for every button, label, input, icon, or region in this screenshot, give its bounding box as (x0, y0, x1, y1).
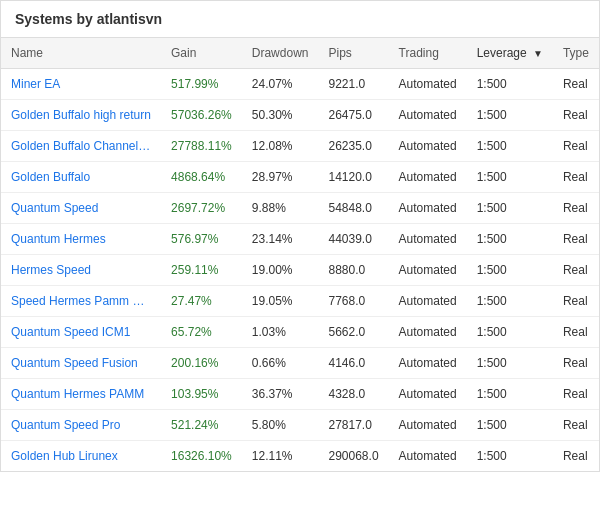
col-gain: Gain (161, 38, 242, 69)
row-name[interactable]: Speed Hermes Pamm Va... (1, 286, 161, 317)
row-pips: 5662.0 (319, 317, 389, 348)
col-drawdown: Drawdown (242, 38, 319, 69)
row-leverage: 1:500 (467, 100, 553, 131)
table-row: Miner EA517.99%24.07%9221.0Automated1:50… (1, 69, 599, 100)
row-gain: 576.97% (161, 224, 242, 255)
row-gain: 521.24% (161, 410, 242, 441)
row-gain: 57036.26% (161, 100, 242, 131)
row-pips: 9221.0 (319, 69, 389, 100)
row-leverage: 1:500 (467, 348, 553, 379)
row-drawdown: 12.08% (242, 131, 319, 162)
row-type: Real (553, 193, 599, 224)
row-gain: 4868.64% (161, 162, 242, 193)
row-pips: 44039.0 (319, 224, 389, 255)
systems-table-container: Systems by atlantisvn Name Gain Drawdown… (0, 0, 600, 472)
col-pips: Pips (319, 38, 389, 69)
row-type: Real (553, 410, 599, 441)
column-header-row: Name Gain Drawdown Pips Trading Leverage… (1, 38, 599, 69)
row-drawdown: 36.37% (242, 379, 319, 410)
row-drawdown: 50.30% (242, 100, 319, 131)
row-name[interactable]: Golden Buffalo (1, 162, 161, 193)
table-row: Quantum Hermes PAMM103.95%36.37%4328.0Au… (1, 379, 599, 410)
row-pips: 4146.0 (319, 348, 389, 379)
row-type: Real (553, 348, 599, 379)
row-pips: 27817.0 (319, 410, 389, 441)
row-type: Real (553, 69, 599, 100)
row-name[interactable]: Golden Hub Lirunex (1, 441, 161, 472)
row-name[interactable]: Quantum Hermes PAMM (1, 379, 161, 410)
row-trading: Automated (389, 131, 467, 162)
table-row: Golden Buffalo Channel ...27788.11%12.08… (1, 131, 599, 162)
row-trading: Automated (389, 410, 467, 441)
row-pips: 54848.0 (319, 193, 389, 224)
row-name[interactable]: Quantum Speed Fusion (1, 348, 161, 379)
row-gain: 2697.72% (161, 193, 242, 224)
row-drawdown: 19.05% (242, 286, 319, 317)
row-pips: 290068.0 (319, 441, 389, 472)
row-drawdown: 12.11% (242, 441, 319, 472)
table-row: Speed Hermes Pamm Va...27.47%19.05%7768.… (1, 286, 599, 317)
row-trading: Automated (389, 69, 467, 100)
row-pips: 8880.0 (319, 255, 389, 286)
row-name[interactable]: Quantum Speed (1, 193, 161, 224)
col-leverage[interactable]: Leverage ▼ (467, 38, 553, 69)
row-trading: Automated (389, 193, 467, 224)
row-leverage: 1:500 (467, 131, 553, 162)
row-name[interactable]: Quantum Hermes (1, 224, 161, 255)
row-trading: Automated (389, 379, 467, 410)
table-row: Quantum Speed Fusion200.16%0.66%4146.0Au… (1, 348, 599, 379)
row-type: Real (553, 255, 599, 286)
row-leverage: 1:500 (467, 224, 553, 255)
row-leverage: 1:500 (467, 193, 553, 224)
table-header: Systems by atlantisvn (1, 1, 599, 38)
row-name[interactable]: Quantum Speed ICM1 (1, 317, 161, 348)
row-type: Real (553, 224, 599, 255)
row-leverage: 1:500 (467, 410, 553, 441)
row-gain: 259.11% (161, 255, 242, 286)
row-trading: Automated (389, 441, 467, 472)
row-type: Real (553, 441, 599, 472)
row-gain: 27788.11% (161, 131, 242, 162)
table-row: Golden Hub Lirunex16326.10%12.11%290068.… (1, 441, 599, 472)
row-gain: 200.16% (161, 348, 242, 379)
table-row: Quantum Hermes576.97%23.14%44039.0Automa… (1, 224, 599, 255)
col-name: Name (1, 38, 161, 69)
header-title: Systems by atlantisvn (15, 11, 162, 27)
table-row: Hermes Speed259.11%19.00%8880.0Automated… (1, 255, 599, 286)
row-leverage: 1:500 (467, 441, 553, 472)
row-leverage: 1:500 (467, 379, 553, 410)
row-name[interactable]: Golden Buffalo Channel ... (1, 131, 161, 162)
row-name[interactable]: Miner EA (1, 69, 161, 100)
row-name[interactable]: Hermes Speed (1, 255, 161, 286)
sort-arrow-icon: ▼ (533, 48, 543, 59)
row-gain: 27.47% (161, 286, 242, 317)
row-trading: Automated (389, 224, 467, 255)
row-type: Real (553, 162, 599, 193)
row-gain: 65.72% (161, 317, 242, 348)
row-drawdown: 0.66% (242, 348, 319, 379)
row-drawdown: 23.14% (242, 224, 319, 255)
row-trading: Automated (389, 286, 467, 317)
table-body: Miner EA517.99%24.07%9221.0Automated1:50… (1, 69, 599, 472)
table-row: Golden Buffalo4868.64%28.97%14120.0Autom… (1, 162, 599, 193)
row-pips: 7768.0 (319, 286, 389, 317)
row-leverage: 1:500 (467, 317, 553, 348)
table-head: Name Gain Drawdown Pips Trading Leverage… (1, 38, 599, 69)
row-name[interactable]: Quantum Speed Pro (1, 410, 161, 441)
table-row: Quantum Speed Pro521.24%5.80%27817.0Auto… (1, 410, 599, 441)
row-pips: 26475.0 (319, 100, 389, 131)
row-type: Real (553, 379, 599, 410)
row-type: Real (553, 100, 599, 131)
row-name[interactable]: Golden Buffalo high return (1, 100, 161, 131)
row-gain: 16326.10% (161, 441, 242, 472)
systems-table: Name Gain Drawdown Pips Trading Leverage… (1, 38, 599, 471)
row-leverage: 1:500 (467, 69, 553, 100)
row-trading: Automated (389, 100, 467, 131)
row-type: Real (553, 131, 599, 162)
row-trading: Automated (389, 348, 467, 379)
row-pips: 26235.0 (319, 131, 389, 162)
table-row: Quantum Speed2697.72%9.88%54848.0Automat… (1, 193, 599, 224)
row-trading: Automated (389, 162, 467, 193)
row-drawdown: 19.00% (242, 255, 319, 286)
row-drawdown: 5.80% (242, 410, 319, 441)
